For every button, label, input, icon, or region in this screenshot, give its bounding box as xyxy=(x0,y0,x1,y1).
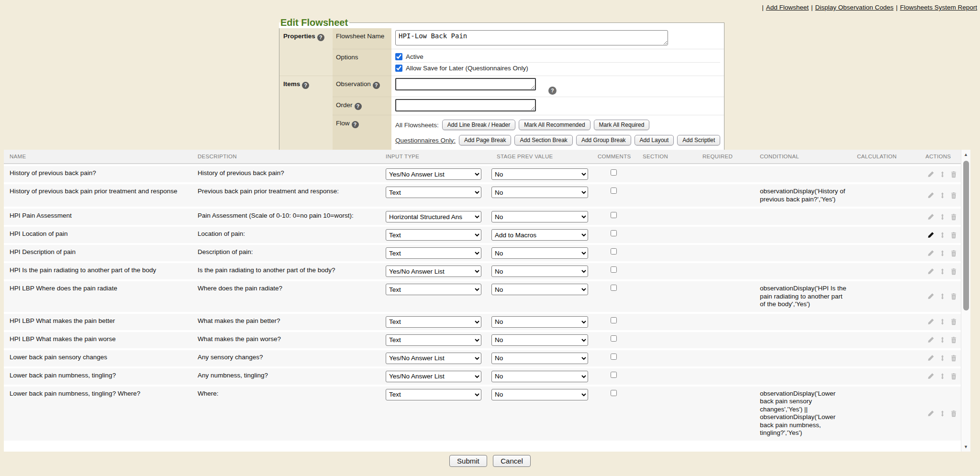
save-later-checkbox[interactable] xyxy=(395,65,402,72)
move-icon[interactable] xyxy=(939,293,946,300)
edit-icon[interactable] xyxy=(927,373,935,380)
delete-icon[interactable] xyxy=(950,268,957,275)
stage-prev-value-select[interactable]: No xyxy=(491,316,588,328)
edit-icon[interactable] xyxy=(927,171,935,178)
edit-icon[interactable] xyxy=(927,213,935,221)
move-icon[interactable] xyxy=(939,354,946,362)
stage-prev-value-select[interactable]: No xyxy=(491,266,588,277)
flow-button-mark-all-required[interactable]: Mark All Required xyxy=(594,120,650,130)
top-link-display-observation-codes[interactable]: Display Observation Codes xyxy=(815,4,894,11)
scrollbar-thumb[interactable] xyxy=(963,161,969,310)
input-type-select[interactable]: Text xyxy=(386,389,481,400)
input-type-select[interactable]: Text xyxy=(386,334,481,346)
input-type-select[interactable]: Text xyxy=(386,316,481,328)
order-help-icon[interactable]: ? xyxy=(355,103,362,110)
flowsheet-name-label: Flowsheet Name xyxy=(333,28,391,49)
edit-icon[interactable] xyxy=(927,192,935,199)
comments-checkbox[interactable] xyxy=(611,188,617,194)
flow-button-add-page-break[interactable]: Add Page Break xyxy=(459,135,511,145)
stage-prev-value-select[interactable]: No xyxy=(491,334,588,346)
comments-checkbox[interactable] xyxy=(611,354,617,360)
input-type-select[interactable]: Horizontal Structured Ans xyxy=(386,211,481,222)
move-icon[interactable] xyxy=(939,192,946,199)
flow-help-icon[interactable]: ? xyxy=(352,121,359,128)
comments-checkbox[interactable] xyxy=(611,317,617,323)
flowsheet-name-input[interactable] xyxy=(395,30,668,45)
move-icon[interactable] xyxy=(939,250,946,257)
delete-icon[interactable] xyxy=(950,293,957,300)
edit-icon[interactable] xyxy=(927,232,935,239)
move-icon[interactable] xyxy=(939,213,946,221)
input-type-select[interactable]: Text xyxy=(386,247,481,259)
input-type-select[interactable]: Yes/No Answer List xyxy=(386,266,481,277)
delete-icon[interactable] xyxy=(950,410,957,417)
active-checkbox[interactable] xyxy=(395,53,402,60)
stage-prev-value-select[interactable]: No xyxy=(491,247,588,259)
comments-checkbox[interactable] xyxy=(611,248,617,255)
top-link-add-flowsheet[interactable]: Add Flowsheet xyxy=(766,4,809,11)
input-type-select[interactable]: Yes/No Answer List xyxy=(386,353,481,364)
edit-icon[interactable] xyxy=(927,318,935,325)
delete-icon[interactable] xyxy=(950,250,957,257)
move-icon[interactable] xyxy=(939,373,946,380)
stage-prev-value-select[interactable]: No xyxy=(491,187,588,198)
input-type-select[interactable]: Text xyxy=(386,187,481,198)
input-type-select[interactable]: Yes/No Answer List xyxy=(386,371,481,382)
properties-help-icon[interactable]: ? xyxy=(317,34,324,41)
flow-button-add-line-break-header[interactable]: Add Line Break / Header xyxy=(442,120,515,130)
comments-checkbox[interactable] xyxy=(611,372,617,378)
stage-prev-value-select[interactable]: No xyxy=(491,168,588,180)
stage-prev-value-select[interactable]: No xyxy=(491,353,588,364)
stage-prev-value-select[interactable]: No xyxy=(491,371,588,382)
observation-input[interactable] xyxy=(395,78,536,90)
comments-checkbox[interactable] xyxy=(611,212,617,218)
observation-help-icon[interactable]: ? xyxy=(373,82,380,89)
move-icon[interactable] xyxy=(939,318,946,325)
stage-prev-value-select[interactable]: No xyxy=(491,284,588,295)
delete-icon[interactable] xyxy=(950,354,957,362)
submit-button[interactable]: Submit xyxy=(449,455,487,467)
input-type-select[interactable]: Yes/No Answer List xyxy=(386,168,481,180)
cancel-button[interactable]: Cancel xyxy=(493,455,531,467)
comments-checkbox[interactable] xyxy=(611,169,617,176)
move-icon[interactable] xyxy=(939,410,946,417)
delete-icon[interactable] xyxy=(950,213,957,221)
edit-icon[interactable] xyxy=(927,410,935,417)
comments-checkbox[interactable] xyxy=(611,335,617,342)
observation-lookup-help-icon[interactable]: ? xyxy=(548,87,557,95)
comments-checkbox[interactable] xyxy=(611,390,617,396)
move-icon[interactable] xyxy=(939,336,946,343)
flow-button-mark-all-recommended[interactable]: Mark All Recommended xyxy=(519,120,590,130)
scrollbar-down-button[interactable]: ▼ xyxy=(961,442,970,452)
input-type-select[interactable]: Text xyxy=(386,229,481,241)
stage-prev-value-select[interactable]: No xyxy=(491,211,588,222)
delete-icon[interactable] xyxy=(950,171,957,178)
move-icon[interactable] xyxy=(939,232,946,239)
edit-icon[interactable] xyxy=(927,354,935,362)
move-icon[interactable] xyxy=(939,171,946,178)
delete-icon[interactable] xyxy=(950,192,957,199)
delete-icon[interactable] xyxy=(950,373,957,380)
edit-icon[interactable] xyxy=(927,268,935,275)
edit-icon[interactable] xyxy=(927,336,935,343)
scrollbar-up-button[interactable]: ▲ xyxy=(961,150,970,159)
flow-button-add-group-break[interactable]: Add Group Break xyxy=(576,135,631,145)
delete-icon[interactable] xyxy=(950,318,957,325)
comments-checkbox[interactable] xyxy=(611,266,617,273)
input-type-select[interactable]: Text xyxy=(386,284,481,295)
flow-button-add-scriptlet[interactable]: Add Scriptlet xyxy=(677,135,720,145)
flow-button-add-section-break[interactable]: Add Section Break xyxy=(514,135,572,145)
flow-button-add-layout[interactable]: Add Layout xyxy=(635,135,674,145)
delete-icon[interactable] xyxy=(950,336,957,343)
edit-icon[interactable] xyxy=(927,250,935,257)
delete-icon[interactable] xyxy=(950,232,957,239)
order-input[interactable] xyxy=(395,99,536,111)
comments-checkbox[interactable] xyxy=(611,285,617,291)
move-icon[interactable] xyxy=(939,268,946,275)
top-link-flowsheets-system-report[interactable]: Flowsheets System Report xyxy=(900,4,977,11)
stage-prev-value-select[interactable]: No xyxy=(491,389,588,400)
comments-checkbox[interactable] xyxy=(611,230,617,236)
edit-icon[interactable] xyxy=(927,293,935,300)
items-help-icon[interactable]: ? xyxy=(302,82,309,89)
stage-prev-value-select[interactable]: Add to Macros xyxy=(491,229,588,241)
